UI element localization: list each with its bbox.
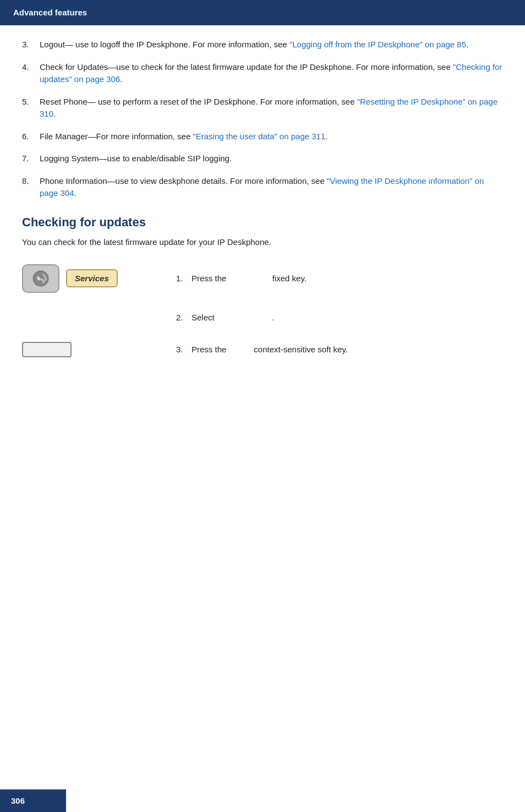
page-number: 306 (11, 796, 25, 805)
step-row-1: Services 1. Press the fixed key. (22, 264, 503, 293)
ref-link-4[interactable]: "Checking for updates" on page 306 (40, 62, 502, 84)
list-num: 6. (22, 130, 40, 143)
step-num-1: 1. (176, 274, 192, 283)
list-num: 3. (22, 39, 40, 51)
list-content: Phone Information—use to view deskphone … (40, 175, 503, 200)
list-content: Check for Updates—use to check for the l… (40, 61, 503, 86)
list-item: 3. Logout— use to logoff the IP Deskphon… (22, 39, 503, 51)
numbered-list: 3. Logout— use to logoff the IP Deskphon… (22, 39, 503, 200)
list-item: 7. Logging System—use to enable/disable … (22, 152, 503, 165)
list-content: Reset Phone— use to perform a reset of t… (40, 96, 503, 121)
step-text-3: Press the context-sensitive soft key. (192, 345, 503, 354)
steps-area: Services 1. Press the fixed key. 2. Sele… (22, 264, 503, 357)
list-content: File Manager—For more information, see "… (40, 130, 503, 143)
services-button: Services (66, 269, 118, 287)
header-title: Advanced features (13, 8, 87, 17)
step-row-3: 3. Press the context-sensitive soft key. (22, 342, 503, 357)
list-item: 6. File Manager—For more information, se… (22, 130, 503, 143)
list-content: Logout— use to logoff the IP Deskphone. … (40, 39, 503, 51)
step-icons-1: Services (22, 264, 176, 293)
list-num: 4. (22, 61, 40, 86)
main-content: 3. Logout— use to logoff the IP Deskphon… (0, 39, 525, 421)
list-item: 8. Phone Information—use to view deskpho… (22, 175, 503, 200)
list-item: 5. Reset Phone— use to perform a reset o… (22, 96, 503, 121)
phone-fixed-key-icon (22, 264, 59, 293)
ref-link-3[interactable]: "Logging off from the IP Deskphone" on p… (289, 40, 466, 49)
step-text-1: Press the fixed key. (192, 274, 503, 283)
list-num: 5. (22, 96, 40, 121)
list-content: Logging System—use to enable/disable SIP… (40, 152, 503, 165)
header-bar: Advanced features (0, 0, 525, 25)
section-intro: You can check for the latest firmware up… (22, 237, 503, 247)
step-icons-3 (22, 342, 176, 357)
soft-key-icon (22, 342, 72, 357)
section-title: Checking for updates (22, 215, 503, 230)
ref-link-5[interactable]: "Resetting the IP Deskphone" on page 310 (40, 97, 497, 119)
step-text-2: Select . (192, 313, 503, 322)
ref-link-8[interactable]: "Viewing the IP Deskphone information" o… (40, 176, 484, 198)
list-num: 8. (22, 175, 40, 200)
page-number-bar: 306 (0, 789, 66, 812)
step-num-2: 2. (176, 313, 192, 322)
list-num: 7. (22, 152, 40, 165)
list-item: 4. Check for Updates—use to check for th… (22, 61, 503, 86)
step-num-3: 3. (176, 345, 192, 354)
ref-link-6[interactable]: "Erasing the user data" on page 311 (193, 132, 325, 141)
step-row-2: 2. Select . (22, 313, 503, 322)
